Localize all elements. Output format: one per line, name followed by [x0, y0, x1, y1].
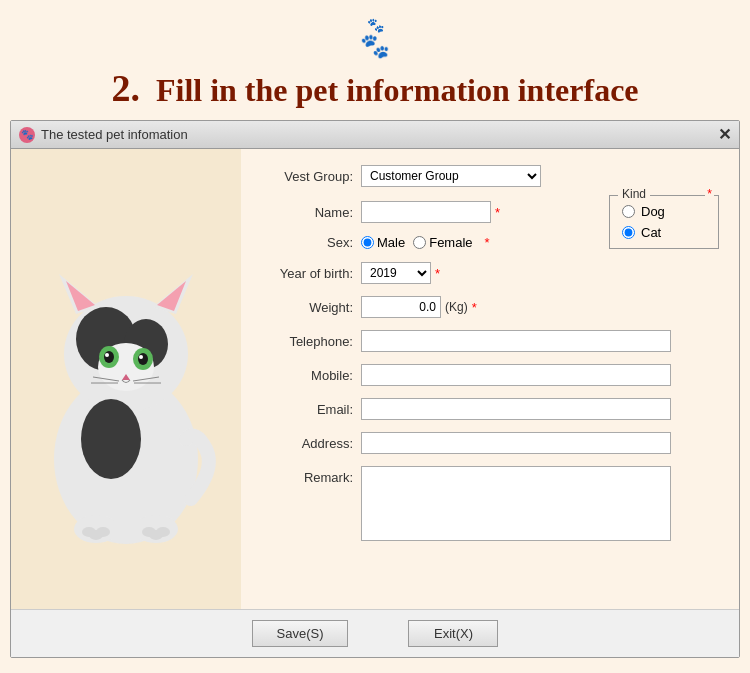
address-row: Address: — [261, 432, 719, 454]
svg-point-11 — [104, 351, 114, 363]
weight-input[interactable] — [361, 296, 441, 318]
window-app-icon: 🐾 — [19, 127, 35, 143]
weight-unit: (Kg) — [445, 300, 468, 314]
paw-icon-small: 🐾 — [367, 18, 384, 32]
kind-section: Kind * Dog Cat — [609, 197, 719, 330]
paw-decoration: 🐾 🐾 — [0, 18, 750, 58]
remark-row: Remark: — [261, 466, 719, 541]
sex-female-option[interactable]: Female — [413, 235, 472, 250]
svg-point-28 — [156, 527, 170, 537]
kind-dog-label: Dog — [641, 204, 665, 219]
paw-icon-large: 🐾 — [360, 34, 390, 58]
kind-required: * — [705, 187, 714, 201]
sex-options: Male Female * — [361, 235, 490, 250]
svg-point-25 — [96, 527, 110, 537]
sex-male-radio[interactable] — [361, 236, 374, 249]
email-row: Email: — [261, 398, 719, 420]
page-title: 2. Fill in the pet information interface — [0, 66, 750, 110]
kind-dog-radio[interactable] — [622, 205, 635, 218]
telephone-input[interactable] — [361, 330, 671, 352]
year-select[interactable]: 2019 2020 2018 2017 2021 — [361, 262, 431, 284]
sex-label: Sex: — [261, 235, 361, 250]
email-input[interactable] — [361, 398, 671, 420]
window-close-button[interactable]: ✕ — [718, 125, 731, 144]
name-label: Name: — [261, 205, 361, 220]
kind-cat-option[interactable]: Cat — [622, 225, 706, 240]
left-fields: Name: * Sex: Male — [261, 201, 597, 330]
year-required: * — [435, 266, 440, 281]
window-title-left: 🐾 The tested pet infomation — [19, 127, 188, 143]
top-area: 🐾 🐾 2. Fill in the pet information inter… — [0, 0, 750, 120]
mobile-label: Mobile: — [261, 368, 361, 383]
sex-male-option[interactable]: Male — [361, 235, 405, 250]
title-number: 2. — [111, 67, 140, 109]
name-input[interactable] — [361, 201, 491, 223]
address-input[interactable] — [361, 432, 671, 454]
weight-label: Weight: — [261, 300, 361, 315]
kind-dog-option[interactable]: Dog — [622, 204, 706, 219]
save-button[interactable]: Save(S) — [252, 620, 349, 647]
vest-group-row: Vest Group: Customer Group VIP Group Reg… — [261, 165, 719, 187]
telephone-row: Telephone: — [261, 330, 719, 352]
svg-point-20 — [81, 399, 141, 479]
address-label: Address: — [261, 436, 361, 451]
remark-label: Remark: — [261, 466, 361, 485]
telephone-label: Telephone: — [261, 334, 361, 349]
mobile-input[interactable] — [361, 364, 671, 386]
kind-box: Kind * Dog Cat — [609, 195, 719, 249]
window-title-text: The tested pet infomation — [41, 127, 188, 142]
vest-group-select[interactable]: Customer Group VIP Group Regular Group — [361, 165, 541, 187]
sex-female-label: Female — [429, 235, 472, 250]
cat-illustration-panel — [11, 149, 241, 609]
vest-group-label: Vest Group: — [261, 169, 361, 184]
year-label: Year of birth: — [261, 266, 361, 281]
window-footer: Save(S) Exit(X) — [11, 609, 739, 657]
window-titlebar: 🐾 The tested pet infomation ✕ — [11, 121, 739, 149]
pet-info-window: 🐾 The tested pet infomation ✕ — [10, 120, 740, 658]
kind-cat-radio[interactable] — [622, 226, 635, 239]
svg-point-12 — [138, 353, 148, 365]
form-panel: Vest Group: Customer Group VIP Group Reg… — [241, 149, 739, 609]
name-row: Name: * — [261, 201, 597, 223]
email-label: Email: — [261, 402, 361, 417]
mobile-row: Mobile: — [261, 364, 719, 386]
svg-point-13 — [105, 353, 109, 357]
exit-button[interactable]: Exit(X) — [408, 620, 498, 647]
top-fields: Name: * Sex: Male — [261, 201, 719, 330]
remark-textarea[interactable] — [361, 466, 671, 541]
kind-box-title: Kind — [618, 187, 650, 201]
title-text: Fill in the pet information interface — [156, 72, 639, 108]
weight-required: * — [472, 300, 477, 315]
svg-point-14 — [139, 355, 143, 359]
kind-cat-label: Cat — [641, 225, 661, 240]
sex-required: * — [485, 235, 490, 250]
sex-female-radio[interactable] — [413, 236, 426, 249]
window-body: Vest Group: Customer Group VIP Group Reg… — [11, 149, 739, 609]
sex-male-label: Male — [377, 235, 405, 250]
sex-row: Sex: Male Female * — [261, 235, 597, 250]
year-row: Year of birth: 2019 2020 2018 2017 2021 … — [261, 262, 597, 284]
name-required: * — [495, 205, 500, 220]
weight-row: Weight: (Kg) * — [261, 296, 597, 318]
cat-illustration — [31, 199, 221, 559]
